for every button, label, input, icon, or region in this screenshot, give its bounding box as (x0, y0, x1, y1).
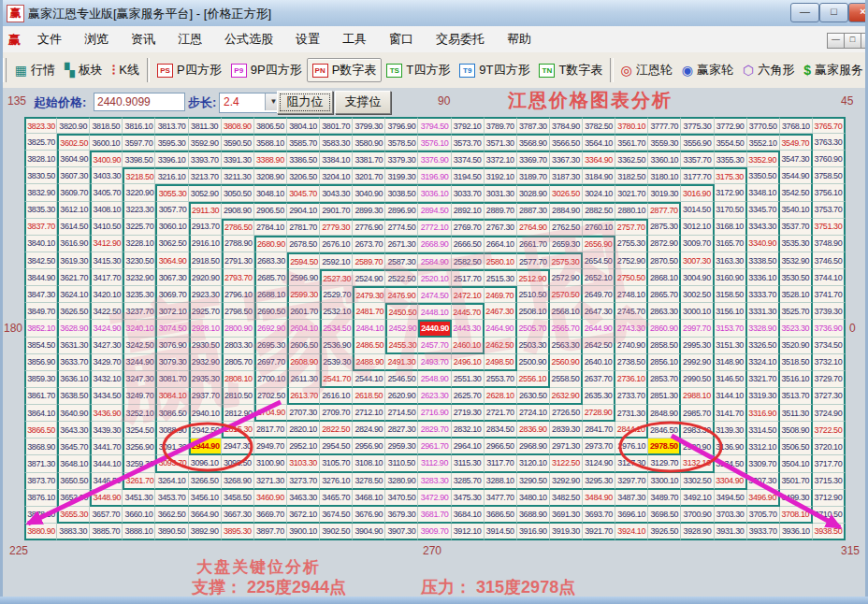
gann-cell: 3386.50 (287, 151, 320, 167)
gann-cell: 3230.50 (123, 252, 155, 269)
gann-cell: 3016.90 (681, 184, 714, 201)
tool-2-K线[interactable]: ⫶K线 (108, 59, 144, 81)
gann-cell: 3427.30 (90, 338, 123, 354)
gann-cell: 2901.70 (320, 202, 353, 219)
menu-item-1[interactable]: 浏览 (73, 28, 120, 50)
gann-cell: 3919.30 (550, 524, 583, 540)
tool-10-赢家轮[interactable]: ◉赢家轮 (677, 59, 738, 81)
maximize-button[interactable]: □ (819, 3, 848, 22)
gann-cell: 3895.30 (222, 524, 254, 540)
tool-11-六角形[interactable]: ⬡六角形 (738, 59, 799, 81)
gann-cell: 3295.30 (583, 473, 615, 490)
gann-cell: 3818.50 (90, 117, 123, 134)
tool-0-行情[interactable]: ▦行情 (10, 59, 60, 81)
menu-item-6[interactable]: 工具 (331, 28, 378, 50)
gann-cell: 3182.50 (615, 167, 648, 184)
gann-cell: 2882.50 (583, 202, 615, 219)
tool-8-T数字表[interactable]: TNT数字表 (534, 59, 607, 81)
step-combobox[interactable]: 2.4 ▼ (219, 93, 282, 113)
menu-item-2[interactable]: 资讯 (120, 28, 166, 50)
gann-cell: 3904.90 (353, 524, 385, 540)
gann-cell: 3331.30 (747, 303, 780, 320)
gann-cell: 2928.10 (189, 320, 222, 337)
menu-item-0[interactable]: 文件 (26, 28, 73, 50)
menu-item-8[interactable]: 交易委托 (425, 28, 496, 50)
gann-cell: 3256.90 (123, 439, 155, 455)
gann-cell: 3552.10 (747, 134, 780, 151)
gann-cell: 2618.50 (353, 388, 385, 405)
gann-cell: 2937.70 (189, 388, 222, 405)
tool-12-赢家服务[interactable]: $赢家服务 (799, 59, 868, 81)
badge-p9-icon: P9 (231, 64, 247, 78)
gann-cell: 3880.90 (24, 524, 57, 540)
gann-cell: 3436.90 (90, 405, 123, 422)
gann-cell: 2661.70 (517, 236, 550, 252)
minimize-button[interactable]: — (790, 3, 819, 22)
tool-label: 江恩轮 (636, 62, 673, 79)
gann-cell: 3607.30 (57, 167, 90, 184)
menu-item-9[interactable]: 帮助 (496, 28, 542, 50)
gann-cell: 2846.50 (648, 422, 681, 439)
menu-item-3[interactable]: 江恩 (166, 28, 213, 50)
start-price-input[interactable] (94, 93, 185, 111)
gann-cell: 2820.10 (287, 422, 320, 439)
gann-cell: 2700.10 (254, 371, 287, 388)
gann-cell: 3364.90 (583, 151, 615, 167)
gann-cell: 3936.10 (780, 524, 813, 540)
gann-cell: 3585.70 (287, 134, 320, 151)
menu-item-4[interactable]: 公式选股 (213, 28, 284, 50)
gann-cell: 3120.10 (517, 455, 550, 472)
tool-6-T四方形[interactable]: TST四方形 (382, 59, 455, 81)
mdi-restore-button[interactable]: □ (844, 33, 861, 49)
gann-cell: 3319.30 (747, 388, 780, 405)
gann-cell: 2551.30 (452, 371, 485, 388)
tool-1-板块[interactable]: ▚板块 (60, 59, 108, 81)
gann-cell: 3573.70 (452, 134, 485, 151)
gann-cell: 3220.90 (123, 184, 155, 201)
gann-cell: 2668.90 (418, 236, 451, 252)
support-button[interactable]: 支撑位 (335, 91, 391, 114)
resistance-button[interactable]: 阻力位 (277, 91, 333, 114)
gann-cell: 3732.10 (813, 354, 846, 371)
gann-cell: 2877.70 (648, 202, 681, 219)
gann-cell: 2560.90 (550, 354, 583, 371)
gann-cell: 3014.50 (681, 202, 714, 219)
gann-center-cell: 2440.90 (418, 320, 451, 337)
gann-cell: 3612.10 (57, 202, 90, 219)
app-logo-icon: 赢 (7, 5, 24, 22)
gann-cell: 3849.70 (24, 303, 57, 320)
gann-cell: 3780.10 (615, 117, 648, 134)
gann-cell: 3830.50 (24, 167, 57, 184)
gann-cell: 3012.10 (681, 219, 714, 236)
gann-cell: 3434.50 (90, 388, 123, 405)
tool-7-9T四方形[interactable]: T99T四方形 (455, 59, 534, 81)
gann-cell: 2980.90 (681, 439, 714, 455)
menu-item-5[interactable]: 设置 (284, 28, 331, 50)
tool-4-9P四方形[interactable]: P99P四方形 (226, 59, 307, 81)
gann-cell: 3499.30 (780, 490, 813, 507)
gann-cell: 2856.10 (648, 354, 681, 371)
gann-cell: 3072.10 (155, 303, 188, 320)
gann-cell: 3175.30 (715, 167, 747, 184)
gann-cell: 2596.90 (287, 269, 320, 286)
angle-label-45: 45 (841, 94, 853, 108)
gann-cell: 2558.50 (550, 371, 583, 388)
gann-cell: 3266.50 (189, 473, 222, 490)
gann-cell: 3242.50 (123, 338, 155, 354)
menu-item-7[interactable]: 窗口 (378, 28, 425, 50)
angle-label-270: 270 (423, 544, 441, 557)
gann-cell: 2575.30 (550, 252, 583, 269)
tool-5-P数字表[interactable]: PNP数字表 (307, 58, 383, 82)
gann-cell: 2589.70 (353, 252, 385, 269)
gann-cell: 2793.70 (222, 269, 254, 286)
gann-cell: 3271.30 (254, 473, 287, 490)
gann-cell: 2623.30 (418, 388, 451, 405)
tool-9-江恩轮[interactable]: ◎江恩轮 (616, 59, 677, 81)
mdi-minimize-button[interactable]: — (827, 33, 845, 49)
tool-label: 赢家轮 (697, 62, 733, 79)
tool-3-P四方形[interactable]: PSP四方形 (152, 59, 226, 81)
window-border-bottom (0, 597, 868, 604)
gann-cell: 2800.90 (222, 320, 254, 337)
gann-cell: 2781.70 (287, 219, 320, 236)
gann-cell: 3674.50 (320, 507, 353, 524)
